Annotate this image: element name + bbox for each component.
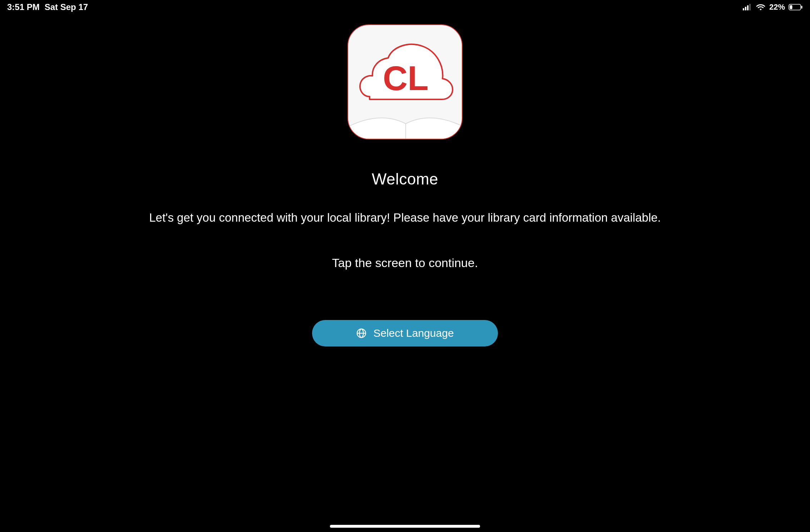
app-logo: CL [347, 24, 463, 139]
battery-percent: 22% [769, 3, 785, 12]
globe-icon [356, 328, 367, 339]
status-bar: 3:51 PM Sat Sep 17 22% [0, 0, 810, 14]
status-right: 22% [743, 3, 803, 12]
home-indicator[interactable] [330, 525, 480, 528]
welcome-content[interactable]: CL Welcome Let's get you connected with … [0, 21, 810, 346]
svg-rect-5 [801, 6, 802, 9]
svg-rect-0 [743, 8, 744, 10]
battery-icon [789, 4, 803, 10]
welcome-subtitle: Let's get you connected with your local … [149, 211, 661, 225]
welcome-screen[interactable]: 3:51 PM Sat Sep 17 22% [0, 0, 810, 532]
tap-to-continue-hint: Tap the screen to continue. [332, 256, 478, 270]
select-language-label: Select Language [373, 327, 454, 339]
svg-rect-2 [747, 5, 749, 10]
select-language-button[interactable]: Select Language [312, 320, 498, 346]
cellular-icon [743, 4, 752, 10]
status-date: Sat Sep 17 [45, 2, 88, 12]
svg-text:CL: CL [383, 59, 429, 97]
status-time: 3:51 PM [7, 2, 40, 12]
svg-rect-6 [790, 5, 792, 9]
status-left: 3:51 PM Sat Sep 17 [7, 2, 88, 12]
wifi-icon [756, 4, 766, 11]
svg-rect-1 [745, 7, 746, 10]
svg-rect-3 [749, 4, 751, 10]
welcome-title: Welcome [372, 170, 438, 188]
